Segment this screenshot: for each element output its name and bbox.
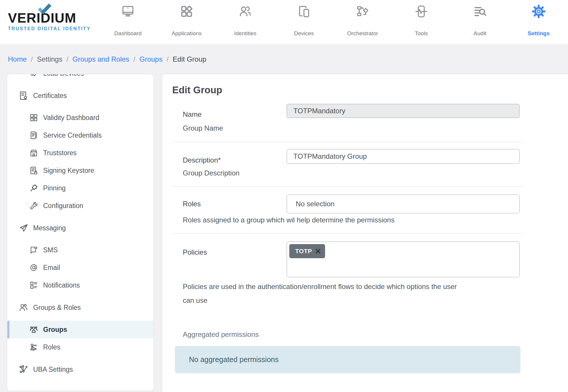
divider: [172, 142, 523, 142]
nav-label: Applications: [172, 30, 202, 37]
flowchart-icon: [356, 4, 370, 18]
divider: [172, 186, 523, 187]
page-title: Edit Group: [172, 85, 222, 96]
sidebar-item-sms[interactable]: SMS: [7, 241, 153, 259]
sidebar-item-label: SMS: [43, 246, 58, 254]
sidebar-item-label: Certificates: [33, 92, 67, 100]
remove-chip-icon[interactable]: [315, 248, 321, 254]
nav-item-identities[interactable]: Identities: [216, 0, 275, 44]
policy-chip[interactable]: TOTP: [289, 244, 325, 258]
sidebar-item-groups[interactable]: Groups: [7, 321, 153, 338]
roles-select-value: No selection: [296, 200, 334, 208]
sidebar-item-label: Roles: [43, 343, 60, 351]
nav-label: Orchestrator: [347, 30, 378, 37]
nav-label: Devices: [294, 30, 314, 37]
top-nav: VERIDIUM TRUSTED DIGITAL IDENTITY Dashbo…: [0, 0, 568, 44]
policies-select[interactable]: TOTP: [287, 241, 520, 277]
sidebar-item-load-devices[interactable]: Load Devices: [7, 74, 153, 82]
signing-keystore-icon: [29, 166, 38, 175]
uba-network-icon: [18, 364, 28, 374]
sidebar-item-label: Notifications: [43, 281, 80, 289]
sidebar-item-label: Truststores: [43, 149, 77, 157]
gear-icon: [532, 4, 546, 18]
monitor-icon: [121, 4, 135, 18]
policies-helper: Policies are used in the authentication/…: [183, 280, 457, 307]
nav-label: Identities: [234, 30, 256, 37]
sidebar-item-signing-keystore[interactable]: Signing Keystore: [7, 162, 153, 179]
sidebar-item-certificates[interactable]: Certificates: [7, 87, 153, 104]
sidebar-item-label: Validity Dashboard: [43, 114, 99, 122]
sidebar-item-configuration[interactable]: Configuration: [7, 197, 153, 214]
nav-label: Settings: [528, 30, 550, 37]
nav-item-orchestrator[interactable]: Orchestrator: [333, 0, 392, 44]
roles-label: Roles: [183, 200, 201, 208]
policy-chip-label: TOTP: [295, 248, 312, 255]
grid-icon: [29, 113, 38, 122]
nav-label: Audit: [474, 30, 486, 37]
sidebar-item-notifications[interactable]: Notifications: [7, 276, 153, 294]
breadcrumb-current: Edit Group: [173, 55, 207, 63]
sidebar-item-label: Groups: [43, 326, 67, 334]
sidebar-item-label: Email: [43, 264, 60, 272]
aggregated-permissions-empty-text: No aggregated permissions: [189, 355, 279, 364]
sidebar-item-label: UBA Settings: [33, 366, 73, 374]
list-icon: [29, 281, 38, 290]
nav-label: Dashboard: [114, 30, 142, 37]
double-check-icon: [29, 74, 38, 78]
brand-logo: VERIDIUM TRUSTED DIGITAL IDENTITY: [8, 11, 91, 31]
edit-group-panel: Edit Group Name Group Name Description* …: [162, 74, 568, 392]
sidebar-item-pinning[interactable]: Pinning: [7, 179, 153, 197]
divider: [172, 233, 523, 234]
sidebar-item-label: Signing Keystore: [43, 167, 94, 175]
sidebar-item-label: Pinning: [43, 184, 66, 192]
truststore-icon: [29, 148, 38, 158]
sidebar-item-roles[interactable]: Roles: [7, 338, 153, 356]
description-input[interactable]: [287, 149, 520, 164]
nav-label: Tools: [415, 30, 428, 37]
policies-label: Policies: [183, 248, 207, 257]
sidebar-item-service-credentials[interactable]: Service Credentials: [7, 126, 153, 144]
nav-item-tools[interactable]: Tools: [392, 0, 451, 44]
nav-item-audit[interactable]: Audit: [451, 0, 509, 44]
nav-item-applications[interactable]: Applications: [157, 0, 216, 44]
roles-helper: Roles assigned to a group which wil help…: [183, 216, 395, 224]
name-input[interactable]: [287, 104, 520, 118]
wrench-icon: [29, 201, 38, 210]
document-icon: [29, 131, 38, 140]
main-nav: Dashboard Applications Identities: [99, 0, 568, 44]
aggregated-permissions-empty-box: No aggregated permissions: [175, 346, 520, 373]
sidebar-item-label: Messaging: [33, 224, 66, 232]
at-sign-icon: [29, 263, 38, 272]
description-helper: Group Description: [183, 169, 239, 178]
settings-sidebar: Load Devices Certificates Validity Dashb…: [7, 74, 153, 391]
pulse-icon: [414, 4, 428, 18]
sidebar-item-groups-and-roles[interactable]: Groups & Roles: [7, 299, 153, 316]
description-label: Description*: [183, 156, 221, 165]
brand-tagline: TRUSTED DIGITAL IDENTITY: [8, 26, 91, 31]
sidebar-item-label: Groups & Roles: [33, 304, 81, 312]
sidebar-item-truststores[interactable]: Truststores: [7, 144, 153, 162]
sidebar-item-messaging[interactable]: Messaging: [7, 219, 153, 237]
nav-item-dashboard[interactable]: Dashboard: [99, 0, 157, 44]
sidebar-item-label: Configuration: [43, 202, 83, 210]
breadcrumb: Home / Settings / Groups and Roles / Gro…: [0, 44, 568, 74]
certificate-icon: [18, 91, 28, 101]
app-grid-icon: [180, 4, 194, 18]
groups-roles-icon: [18, 303, 28, 312]
sidebar-item-email[interactable]: Email: [7, 259, 153, 276]
breadcrumb-separator: /: [167, 55, 169, 63]
breadcrumb-home[interactable]: Home: [8, 55, 27, 63]
breadcrumb-separator: /: [31, 55, 33, 63]
breadcrumb-separator: /: [66, 55, 68, 63]
pushpin-icon: [29, 183, 38, 193]
breadcrumb-settings: Settings: [37, 55, 62, 63]
breadcrumb-groups-and-roles[interactable]: Groups and Roles: [72, 55, 129, 63]
roles-select[interactable]: No selection: [287, 195, 520, 213]
people-icon: [238, 4, 252, 18]
paper-plane-icon: [18, 223, 28, 233]
sidebar-item-validity-dashboard[interactable]: Validity Dashboard: [7, 109, 153, 126]
nav-item-devices[interactable]: Devices: [275, 0, 333, 44]
nav-item-settings[interactable]: Settings: [509, 0, 568, 44]
breadcrumb-groups[interactable]: Groups: [139, 55, 163, 63]
sidebar-item-uba-settings[interactable]: UBA Settings: [7, 361, 153, 378]
